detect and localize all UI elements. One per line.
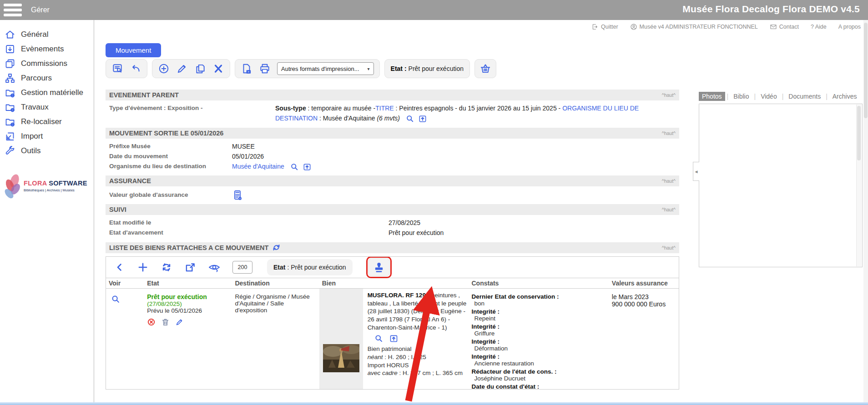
printer-button[interactable] bbox=[259, 63, 271, 75]
assurance-value: 900 000 000 Euros bbox=[612, 300, 676, 308]
recycle-arrows-icon bbox=[161, 261, 172, 273]
prefixe-musee-label: Préfixe Musée bbox=[109, 142, 232, 152]
stamp-highlight-box bbox=[366, 256, 392, 278]
hamburger-menu-icon[interactable] bbox=[4, 3, 25, 17]
biens-list-container: Etat: Prêt pour exécution Voir Etat Dest… bbox=[106, 256, 679, 390]
type-evenement-label: Type d'évènement : Exposition - bbox=[109, 104, 275, 123]
sidebar-item-commissions[interactable]: Commissions bbox=[0, 56, 94, 71]
open-window-icon[interactable] bbox=[303, 162, 312, 171]
result-count-input[interactable] bbox=[232, 261, 252, 274]
titre-link[interactable]: TITRE bbox=[375, 105, 394, 112]
sidebar-item-parcours[interactable]: Parcours bbox=[0, 71, 94, 85]
photos-panel bbox=[699, 104, 863, 267]
basket-button[interactable] bbox=[479, 63, 491, 75]
undo-arrow-icon bbox=[130, 63, 141, 75]
sidebar-item-relocaliser[interactable]: Re-localiser bbox=[0, 115, 94, 129]
tab-documents[interactable]: Documents bbox=[785, 92, 824, 101]
tab-biblio[interactable]: Biblio bbox=[730, 92, 752, 101]
print-file-icon bbox=[241, 63, 252, 75]
tab-video[interactable]: Vidéo bbox=[757, 92, 780, 101]
aide-link[interactable]: ? Aide bbox=[811, 24, 827, 30]
view-eye-button[interactable] bbox=[208, 261, 221, 273]
section-mouvement-sortie: MOUVEMENT SORTIE LE 05/01/2026 ^haut^ bbox=[106, 128, 679, 139]
home-icon bbox=[5, 29, 15, 40]
delete-button[interactable] bbox=[212, 63, 224, 75]
add-bien-button[interactable] bbox=[137, 261, 149, 273]
search-icon[interactable] bbox=[405, 114, 414, 123]
sidebar-item-gestion-materielle[interactable]: Gestion matérielle bbox=[0, 85, 94, 100]
table-row: Prêt pour exécution (27/08/2025) Prévu l… bbox=[106, 288, 679, 390]
folder-globe-icon bbox=[5, 87, 15, 98]
back-button[interactable] bbox=[130, 63, 141, 75]
bien-thumbnail-strip bbox=[319, 289, 363, 390]
cancel-circle-icon[interactable] bbox=[147, 318, 156, 326]
pencil-icon bbox=[176, 63, 188, 75]
musee-aquitaine-link[interactable]: Musée d'Aquitaine bbox=[232, 163, 284, 170]
contact-link[interactable]: Contact bbox=[770, 23, 799, 30]
print-file-button[interactable] bbox=[241, 63, 252, 75]
utility-bar: Quitter Musée v4 ADMINISTRATEUR FONCTION… bbox=[94, 20, 868, 34]
etat-avancement-value: Prêt pour exécution bbox=[389, 228, 444, 238]
refresh-icon[interactable] bbox=[272, 243, 281, 252]
etat-modifie-label: Etat modifié le bbox=[109, 218, 389, 228]
search-icon[interactable] bbox=[290, 162, 299, 171]
event-box-icon bbox=[5, 44, 15, 55]
calculator-button[interactable] bbox=[232, 190, 243, 200]
export-button[interactable] bbox=[184, 261, 196, 273]
stamp-icon bbox=[373, 261, 385, 274]
duplicate-button[interactable] bbox=[194, 63, 206, 75]
panel-collapse-handle[interactable]: ◄ bbox=[693, 162, 699, 181]
bien-description-cell: MUSFLORA. RF 129 - peintures , tableau ,… bbox=[367, 289, 469, 390]
logo-tagline: Bibliothèques | Archives | Musées bbox=[24, 188, 87, 192]
media-tabs: Photos| Biblio| Vidéo| Documents| Archiv… bbox=[699, 92, 863, 101]
sidebar-item-import[interactable]: Import bbox=[0, 129, 94, 144]
main-content: Mouvement Autres formats d'impression...… bbox=[106, 34, 679, 390]
bien-reference: MUSFLORA. RF 129 bbox=[368, 292, 426, 299]
edit-pencil-icon[interactable] bbox=[175, 318, 184, 326]
haut-link[interactable]: ^haut^ bbox=[662, 245, 676, 250]
edit-button[interactable] bbox=[176, 63, 188, 75]
trash-icon[interactable] bbox=[161, 318, 170, 326]
artwork-thumbnail[interactable] bbox=[323, 344, 359, 372]
open-window-icon[interactable] bbox=[389, 334, 399, 343]
panel-scrollbar[interactable] bbox=[856, 105, 862, 266]
tab-photos[interactable]: Photos bbox=[699, 92, 725, 101]
section-assurance: ASSURANCE ^haut^ bbox=[106, 175, 679, 186]
search-icon[interactable] bbox=[374, 334, 384, 343]
record-toolbar: Autres formats d'impression...▾ Etat :Pr… bbox=[106, 59, 679, 78]
menu-label[interactable]: Gérer bbox=[31, 6, 50, 14]
list-search-button[interactable] bbox=[111, 63, 123, 75]
col-header-etat: Etat bbox=[144, 278, 232, 288]
page-horizontal-scrollbar[interactable] bbox=[0, 402, 868, 405]
tab-mouvement[interactable]: Mouvement bbox=[106, 43, 161, 57]
sidebar-item-outils[interactable]: Outils bbox=[0, 144, 94, 158]
add-button[interactable] bbox=[158, 63, 170, 75]
user-icon bbox=[630, 23, 637, 30]
haut-link[interactable]: ^haut^ bbox=[662, 207, 676, 212]
previous-button[interactable] bbox=[114, 262, 125, 273]
user-account[interactable]: Musée v4 ADMINISTRATEUR FONCTIONNEL bbox=[630, 23, 758, 30]
recycle-button[interactable] bbox=[161, 261, 172, 273]
section-suivi: SUIVI ^haut^ bbox=[106, 204, 679, 215]
calculator-icon bbox=[232, 190, 243, 200]
sidebar-item-evenements[interactable]: Evènements bbox=[0, 42, 94, 56]
prefixe-musee-value: MUSEE bbox=[232, 142, 255, 152]
haut-link[interactable]: ^haut^ bbox=[662, 92, 676, 98]
apropos-link[interactable]: A propos bbox=[838, 24, 861, 30]
open-window-icon[interactable] bbox=[418, 114, 427, 123]
plus-icon bbox=[137, 261, 149, 273]
stamp-validate-button[interactable] bbox=[368, 258, 390, 276]
etat-status-badge: Etat :Prêt pour exécution bbox=[384, 59, 470, 78]
chevron-down-icon: ▾ bbox=[368, 66, 370, 71]
page-vertical-scrollbar[interactable] bbox=[863, 20, 868, 403]
col-header-constats: Constats bbox=[469, 278, 609, 288]
quitter-link[interactable]: Quitter bbox=[591, 23, 618, 30]
sidebar-item-travaux[interactable]: Travaux bbox=[0, 100, 94, 115]
sidebar-item-general[interactable]: Général bbox=[0, 27, 94, 42]
tab-archives[interactable]: Archives bbox=[829, 92, 860, 101]
exit-icon bbox=[591, 23, 599, 30]
haut-link[interactable]: ^haut^ bbox=[662, 130, 676, 136]
view-search-icon[interactable] bbox=[111, 294, 121, 304]
print-format-select[interactable]: Autres formats d'impression...▾ bbox=[277, 62, 374, 75]
haut-link[interactable]: ^haut^ bbox=[662, 178, 676, 184]
